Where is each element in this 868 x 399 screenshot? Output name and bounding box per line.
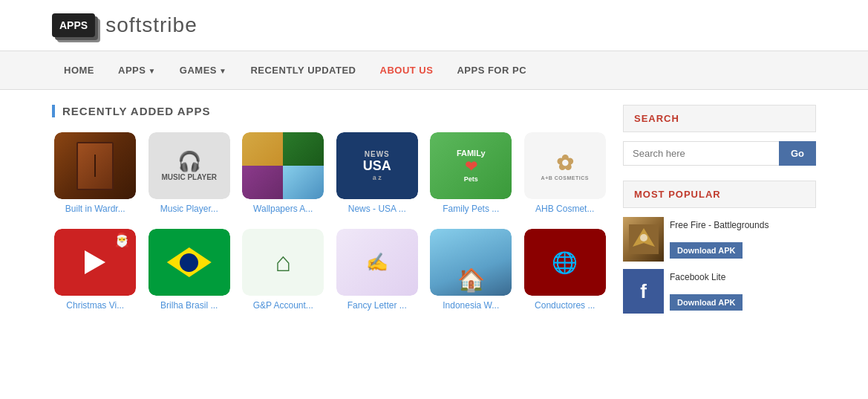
logo-icon: APPS: [52, 13, 95, 37]
sidebar: SEARCH Go MOST POPULAR: [623, 105, 816, 328]
app-icon-gap: ⌂: [242, 229, 324, 296]
popular-item-freefire[interactable]: Free Fire - Battlegrounds Download APK: [623, 217, 816, 262]
app-icon-wallpapers: [242, 132, 324, 199]
nav-link-about-us[interactable]: ABOUT US: [368, 51, 446, 89]
navbar: HOME APPS▼ GAMES▼ RECENTLY UPDATED ABOUT…: [0, 51, 868, 90]
search-button[interactable]: Go: [779, 141, 816, 166]
app-item-brasil[interactable]: Brilha Brasil ...: [146, 229, 233, 311]
ahb-text-label: A+B COSMETICS: [541, 175, 589, 181]
app-label-christmas: Christmas Vi...: [66, 300, 124, 311]
site-name: softstribe: [105, 13, 198, 37]
news-top-text: NEWS: [365, 150, 390, 158]
ahb-flower-icon: ✿: [556, 151, 573, 175]
app-icon-indonesia: 🏠: [430, 229, 512, 296]
app-item-music[interactable]: 🎧 MUSIC PLAYER Music Player...: [146, 132, 233, 214]
app-icon-music: 🎧 MUSIC PLAYER: [149, 132, 230, 199]
app-item-family[interactable]: FAMILy ❤ Pets Family Pets ...: [428, 132, 515, 214]
writing-hand-icon: ✍: [366, 252, 388, 273]
search-section: SEARCH Go: [623, 105, 816, 166]
popular-section: MOST POPULAR Free Fire - Battlegrounds D…: [623, 181, 816, 314]
facebook-f-icon: f: [640, 280, 647, 303]
santa-hat-icon: 🎅: [114, 232, 130, 248]
content-area: RECENTLY ADDED APPS Built in Wardr... 🎧: [52, 105, 608, 328]
nav-link-recently-updated[interactable]: RECENTLY UPDATED: [238, 51, 368, 89]
app-label-ahb: AHB Cosmet...: [535, 204, 594, 214]
app-label-fancy: Fancy Letter ...: [347, 300, 407, 311]
search-input[interactable]: [623, 141, 779, 166]
freefire-title: Free Fire - Battlegrounds: [670, 220, 816, 230]
family-heart-icon: ❤: [465, 158, 477, 175]
app-icon-family: FAMILy ❤ Pets: [430, 132, 512, 199]
brasil-circle-icon: [180, 253, 198, 272]
nav-item-home[interactable]: HOME: [52, 51, 106, 89]
app-item-fancy[interactable]: ✍ Fancy Letter ...: [334, 229, 421, 311]
facebook-title: Facebook Lite: [670, 272, 816, 282]
app-icon-ahb: ✿ A+B COSMETICS: [524, 132, 606, 199]
main-container: RECENTLY ADDED APPS Built in Wardr... 🎧: [0, 90, 868, 343]
app-icon-wardrobe: [54, 132, 136, 199]
nav-link-apps[interactable]: APPS▼: [106, 51, 168, 89]
section-title: RECENTLY ADDED APPS: [52, 105, 608, 117]
app-label-indonesia: Indonesia W...: [443, 300, 499, 311]
globe-icon: 🌐: [552, 250, 578, 275]
app-icon-brasil: [149, 229, 230, 296]
nav-item-apps-for-pc[interactable]: APPS FOR PC: [445, 51, 538, 89]
wardrobe-door-icon: [76, 142, 114, 190]
headphones-icon: 🎧: [177, 150, 201, 173]
popular-item-facebook[interactable]: f Facebook Lite Download APK: [623, 269, 816, 314]
facebook-thumb-image: f: [623, 269, 664, 314]
app-item-wardrobe[interactable]: Built in Wardr...: [52, 132, 139, 214]
family-title-text: FAMILy: [457, 149, 486, 158]
nav-item-recently-updated[interactable]: RECENTLY UPDATED: [238, 51, 368, 89]
news-az-text: a z: [373, 174, 382, 181]
house-icon: ⌂: [275, 247, 291, 278]
app-item-ahb[interactable]: ✿ A+B COSMETICS AHB Cosmet...: [522, 132, 609, 214]
nav-item-about-us[interactable]: ABOUT US: [368, 51, 446, 89]
facebook-download-button[interactable]: Download APK: [670, 294, 743, 311]
nav-link-games[interactable]: GAMES▼: [168, 51, 239, 89]
facebook-thumbnail: f: [623, 269, 664, 314]
games-dropdown-arrow: ▼: [219, 67, 226, 75]
facebook-info: Facebook Lite Download APK: [664, 269, 816, 314]
app-label-music: Music Player...: [160, 204, 218, 214]
nav-link-apps-for-pc[interactable]: APPS FOR PC: [445, 51, 538, 89]
freefire-download-button[interactable]: Download APK: [670, 242, 743, 259]
freefire-icon: [629, 224, 659, 254]
app-label-news: News - USA ...: [348, 204, 406, 214]
app-item-wallpapers[interactable]: Wallpapers A...: [240, 132, 327, 214]
app-label-wallpapers: Wallpapers A...: [253, 204, 313, 214]
app-item-indonesia[interactable]: 🏠 Indonesia W...: [428, 229, 515, 311]
apps-grid-row2: 🎅 Christmas Vi... Brilha Brasil ...: [52, 229, 608, 311]
app-label-wardrobe: Built in Wardr...: [65, 204, 125, 214]
nav-link-home[interactable]: HOME: [52, 51, 106, 89]
app-item-news[interactable]: NEWS USA a z News - USA ...: [334, 132, 421, 214]
app-icon-christmas: 🎅: [54, 229, 136, 296]
search-title: SEARCH: [623, 105, 816, 132]
freefire-info: Free Fire - Battlegrounds Download APK: [664, 217, 816, 262]
popular-title: MOST POPULAR: [623, 181, 816, 208]
app-icon-fancy: ✍: [336, 229, 418, 296]
music-wave-icon: MUSIC PLAYER: [161, 173, 217, 181]
app-item-conductores[interactable]: 🌐 Conductores ...: [522, 229, 609, 311]
app-label-gap: G&P Account...: [253, 300, 313, 311]
app-icon-news: NEWS USA a z: [336, 132, 418, 199]
apps-grid-row1: Built in Wardr... 🎧 MUSIC PLAYER Music P…: [52, 132, 608, 214]
news-usa-text: USA: [363, 158, 391, 174]
nav-item-games[interactable]: GAMES▼: [168, 51, 239, 89]
app-item-christmas[interactable]: 🎅 Christmas Vi...: [52, 229, 139, 311]
nav-item-apps[interactable]: APPS▼: [106, 51, 168, 89]
app-label-brasil: Brilha Brasil ...: [160, 300, 218, 311]
svg-point-2: [640, 234, 647, 241]
family-pets-text: Pets: [464, 175, 478, 183]
search-box: Go: [623, 141, 816, 166]
play-icon: [85, 250, 105, 274]
app-label-family: Family Pets ...: [443, 204, 499, 214]
apps-dropdown-arrow: ▼: [148, 67, 155, 75]
freefire-thumbnail: [623, 217, 664, 262]
header: APPS softstribe: [0, 0, 868, 51]
app-item-gap[interactable]: ⌂ G&P Account...: [240, 229, 327, 311]
app-label-conductores: Conductores ...: [535, 300, 595, 311]
app-icon-conductores: 🌐: [524, 229, 606, 296]
freefire-thumb-image: [623, 217, 664, 262]
brasil-diamond-icon: [167, 247, 212, 277]
